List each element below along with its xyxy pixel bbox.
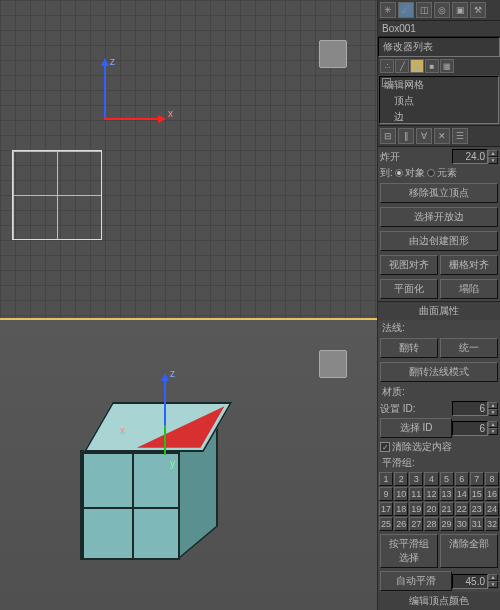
viewport-top[interactable]: z x xyxy=(0,0,377,320)
viewcube-icon[interactable] xyxy=(319,40,347,68)
explode-value[interactable]: 24.0 xyxy=(452,149,488,164)
radio-object[interactable] xyxy=(395,169,403,177)
subobj-vertex-icon[interactable]: ∴ xyxy=(380,59,394,73)
sg-button-30[interactable]: 30 xyxy=(455,517,469,531)
modify-tab-icon[interactable]: ☄ xyxy=(398,2,414,18)
sg-button-22[interactable]: 22 xyxy=(455,502,469,516)
object-name-field[interactable]: Box001 xyxy=(378,21,500,37)
spinner-down-icon[interactable]: ▼ xyxy=(488,428,498,435)
sg-button-23[interactable]: 23 xyxy=(470,502,484,516)
subobj-element-icon[interactable]: ▦ xyxy=(440,59,454,73)
spinner-down-icon[interactable]: ▼ xyxy=(488,409,498,416)
sg-button-10[interactable]: 10 xyxy=(394,487,408,501)
select-by-sg-button[interactable]: 按平滑组选择 xyxy=(380,534,438,568)
sg-button-29[interactable]: 29 xyxy=(440,517,454,531)
flip-button[interactable]: 翻转 xyxy=(380,338,438,358)
create-tab-icon[interactable]: ✳ xyxy=(380,2,396,18)
sg-button-11[interactable]: 11 xyxy=(409,487,423,501)
stack-edge[interactable]: 边 xyxy=(380,109,498,124)
sg-button-16[interactable]: 16 xyxy=(485,487,499,501)
axis-z-gizmo[interactable] xyxy=(104,60,106,120)
spinner-up-icon[interactable]: ▲ xyxy=(488,402,498,409)
radio-object-label: 对象 xyxy=(405,166,425,180)
radio-element[interactable] xyxy=(427,169,435,177)
select-id-button[interactable]: 选择 ID xyxy=(380,418,452,438)
axis-x-gizmo[interactable] xyxy=(104,118,164,120)
sg-button-5[interactable]: 5 xyxy=(440,472,454,486)
subobj-poly-icon[interactable]: ■ xyxy=(425,59,439,73)
auto-smooth-value[interactable]: 45.0 xyxy=(452,574,488,589)
grid-align-button[interactable]: 栅格对齐 xyxy=(440,255,498,275)
sg-button-25[interactable]: 25 xyxy=(379,517,393,531)
spinner-down-icon[interactable]: ▼ xyxy=(488,581,498,588)
select-open-edges-button[interactable]: 选择开放边 xyxy=(380,207,498,227)
radio-element-label: 元素 xyxy=(437,166,457,180)
spinner-up-icon[interactable]: ▲ xyxy=(488,150,498,157)
auto-smooth-button[interactable]: 自动平滑 xyxy=(380,571,452,591)
sg-button-24[interactable]: 24 xyxy=(485,502,499,516)
spinner-down-icon[interactable]: ▼ xyxy=(488,157,498,164)
subobj-face-icon[interactable]: ▲ xyxy=(410,59,424,73)
remove-isolated-button[interactable]: 移除孤立顶点 xyxy=(380,183,498,203)
sg-button-27[interactable]: 27 xyxy=(409,517,423,531)
set-id-value[interactable]: 6 xyxy=(452,401,488,416)
unify-button[interactable]: 统一 xyxy=(440,338,498,358)
view-align-button[interactable]: 视图对齐 xyxy=(380,255,438,275)
modifier-list-dropdown[interactable]: 修改器列表 xyxy=(378,37,500,57)
surface-rollout-head[interactable]: 曲面属性 xyxy=(378,302,500,320)
sg-button-21[interactable]: 21 xyxy=(440,502,454,516)
modifier-stack[interactable]: -编辑网格 顶点 边 面 多边形 元素 Box xyxy=(379,76,499,124)
sg-button-6[interactable]: 6 xyxy=(455,472,469,486)
expand-icon[interactable]: - xyxy=(382,78,391,87)
sg-button-15[interactable]: 15 xyxy=(470,487,484,501)
configure-icon[interactable]: ☰ xyxy=(452,128,468,144)
viewport-perspective[interactable]: z x y xyxy=(0,320,377,610)
sg-button-13[interactable]: 13 xyxy=(440,487,454,501)
sg-button-8[interactable]: 8 xyxy=(485,472,499,486)
show-result-icon[interactable]: ‖ xyxy=(398,128,414,144)
sg-button-20[interactable]: 20 xyxy=(424,502,438,516)
axis-y-gizmo-3d[interactable] xyxy=(164,425,166,455)
utilities-tab-icon[interactable]: ⚒ xyxy=(470,2,486,18)
clear-selection-label: 清除选定内容 xyxy=(392,440,452,454)
pin-stack-icon[interactable]: ⊟ xyxy=(380,128,396,144)
sg-button-12[interactable]: 12 xyxy=(424,487,438,501)
sg-button-31[interactable]: 31 xyxy=(470,517,484,531)
axis-z-gizmo-3d[interactable] xyxy=(164,375,166,425)
sg-button-1[interactable]: 1 xyxy=(379,472,393,486)
sg-button-28[interactable]: 28 xyxy=(424,517,438,531)
sg-button-14[interactable]: 14 xyxy=(455,487,469,501)
spinner-up-icon[interactable]: ▲ xyxy=(488,574,498,581)
subobj-edge-icon[interactable]: ╱ xyxy=(395,59,409,73)
wireframe-object[interactable] xyxy=(12,150,102,240)
hierarchy-tab-icon[interactable]: ◫ xyxy=(416,2,432,18)
cube-face-front[interactable] xyxy=(80,450,180,560)
spinner-up-icon[interactable]: ▲ xyxy=(488,421,498,428)
sg-button-7[interactable]: 7 xyxy=(470,472,484,486)
sg-button-19[interactable]: 19 xyxy=(409,502,423,516)
flip-normal-mode-button[interactable]: 翻转法线模式 xyxy=(380,362,498,382)
remove-mod-icon[interactable]: ✕ xyxy=(434,128,450,144)
vertex-color-rollout-head[interactable]: 编辑顶点颜色 xyxy=(378,592,500,610)
display-tab-icon[interactable]: ▣ xyxy=(452,2,468,18)
select-id-value[interactable]: 6 xyxy=(452,421,488,436)
sg-button-32[interactable]: 32 xyxy=(485,517,499,531)
stack-vertex[interactable]: 顶点 xyxy=(380,93,498,109)
stack-edit-mesh[interactable]: -编辑网格 xyxy=(380,77,498,93)
sg-button-9[interactable]: 9 xyxy=(379,487,393,501)
create-by-edge-button[interactable]: 由边创建图形 xyxy=(380,231,498,251)
sg-button-26[interactable]: 26 xyxy=(394,517,408,531)
planarize-button[interactable]: 平面化 xyxy=(380,279,438,299)
make-unique-icon[interactable]: ∀ xyxy=(416,128,432,144)
viewcube-3d-icon[interactable] xyxy=(319,350,347,378)
sg-button-4[interactable]: 4 xyxy=(424,472,438,486)
sg-button-3[interactable]: 3 xyxy=(409,472,423,486)
sg-button-17[interactable]: 17 xyxy=(379,502,393,516)
mesh-cube[interactable] xyxy=(80,440,220,580)
motion-tab-icon[interactable]: ◎ xyxy=(434,2,450,18)
sg-button-18[interactable]: 18 xyxy=(394,502,408,516)
clear-selection-checkbox[interactable]: ✓ xyxy=(380,442,390,452)
sg-button-2[interactable]: 2 xyxy=(394,472,408,486)
clear-all-button[interactable]: 清除全部 xyxy=(440,534,498,568)
collapse-button[interactable]: 塌陷 xyxy=(440,279,498,299)
